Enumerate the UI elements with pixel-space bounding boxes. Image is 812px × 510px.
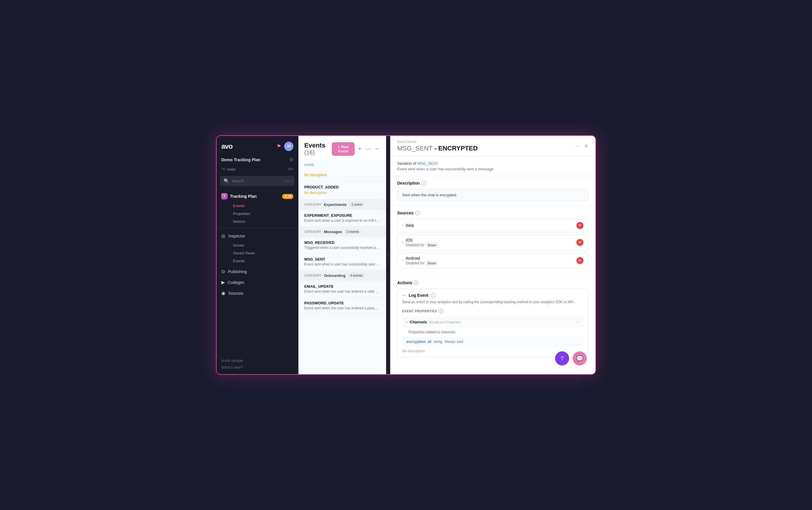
actions-info-icon[interactable]: i [414, 280, 418, 285]
more-options-button[interactable]: ⋯ [574, 142, 581, 150]
event-properties-info-icon[interactable]: i [439, 309, 443, 313]
inspector-section: ◎ Inspector Issues Saved Views Events [216, 229, 298, 266]
category-name: Onboarding [324, 273, 346, 278]
source-name: Android [406, 256, 438, 261]
branch-icon: ⌥ [221, 167, 225, 171]
sidebar-header: avo ⚑ JD [216, 136, 298, 154]
category-header: CATEGORY Experiments 1 event [298, 199, 386, 210]
property-row[interactable]: encryption_id string Always sent [402, 336, 583, 347]
action-header: ↔ Log Event i [402, 293, 583, 298]
invite-people-link[interactable]: Invite people [221, 357, 293, 364]
bundle-desc: Properties related to channels [402, 330, 583, 334]
description-title: Description i [397, 181, 588, 185]
gear-icon[interactable]: ⚙ [289, 157, 293, 162]
flag-icon[interactable]: ⚑ [277, 143, 281, 150]
list-item[interactable]: PRODUCT_ADDED No description [298, 181, 386, 199]
warning-badge: ⚠ 18 [282, 194, 293, 199]
menu-icon-btn[interactable]: ⋯ [365, 145, 372, 153]
event-name: PRODUCT_ADDED [304, 185, 380, 189]
list-item[interactable]: EMAIL_UPDATE Event sent when the user ha… [298, 281, 386, 297]
chat-fab-button[interactable]: 💬 [573, 351, 587, 365]
sidebar-item-issues[interactable]: Issues [228, 241, 298, 249]
actions-title: Actions i [397, 280, 588, 285]
codegen-nav-item[interactable]: ▶ Codegen [216, 277, 298, 288]
sources-icon: ◉ [221, 290, 225, 296]
source-right: P [576, 239, 583, 246]
event-name: PASSWORD_UPDATE [304, 301, 380, 305]
search-box[interactable]: 🔍 cmd+k [220, 176, 295, 186]
sources-info-icon[interactable]: i [415, 211, 420, 215]
description-info-icon[interactable]: i [422, 181, 426, 185]
fab-container: ? 💬 [555, 351, 587, 365]
avatar[interactable]: JD [284, 142, 293, 151]
source-left: › Android Disabled for Braze [402, 256, 438, 265]
publishing-nav-item[interactable]: ⊙ Publishing [216, 266, 298, 277]
sources-title: Sources i [397, 211, 588, 215]
sidebar-item-properties[interactable]: Properties [228, 210, 298, 218]
variation-prefix: Variation of [397, 161, 416, 166]
list-item[interactable]: MSG_RECEIVED Triggered when a user succe… [298, 237, 386, 253]
app-logo: avo [221, 142, 232, 150]
warning-icon: ⚠ [284, 194, 287, 198]
bundle-more-icon[interactable]: ⋯ [575, 319, 579, 325]
add-branch-button[interactable]: ≡+ [288, 167, 293, 172]
column-header: NAME [298, 161, 386, 169]
help-fab-button[interactable]: ? [555, 351, 569, 365]
list-item[interactable]: MSG_SENT Event sent when a user has succ… [298, 253, 386, 270]
detail-panel: Event Variant MSG_SENT - ENCRYPTED ⋯ ✕ [390, 136, 596, 374]
close-button[interactable]: ✕ [584, 143, 588, 149]
description-label: Description [397, 181, 420, 185]
action-desc: Send an event to your analytics tool by … [402, 299, 583, 305]
branch-name: main [227, 167, 235, 172]
add-icon-btn[interactable]: + [357, 145, 362, 153]
branch-row: ⌥ main ≡+ [216, 165, 298, 175]
source-item-web[interactable]: › Web P [397, 219, 588, 232]
source-p-badge: P [576, 222, 583, 229]
publishing-icon: ⊙ [221, 269, 225, 274]
action-icon: ↔ [402, 293, 406, 298]
actions-label: Actions [397, 280, 412, 285]
bundle-chevron-icon: › [406, 320, 407, 324]
search-input[interactable] [232, 179, 281, 183]
prop-left: encryption_id string Always sent [406, 339, 463, 344]
tracking-plan-item[interactable]: T Tracking Plan ⚠ 18 [216, 191, 298, 202]
search-shortcut: cmd+k [283, 179, 293, 183]
source-item-ios[interactable]: › iOS Disabled for Braze P [397, 235, 588, 250]
list-item[interactable]: EXPERIMENT_EXPOSURE Event sent when a us… [298, 210, 386, 227]
events-actions: + New Event + ⋯ ← [332, 142, 380, 156]
events-count-badge: 1 event [349, 202, 364, 207]
description-box[interactable]: Sent when the chat is encrypted [397, 189, 588, 201]
list-item[interactable]: PASSWORD_UPDATE Event sent when the user… [298, 297, 386, 314]
events-title-text: Events [304, 142, 325, 149]
tracking-plan-subnav: Events Properties Metrics [216, 202, 298, 226]
back-button[interactable]: ← [375, 146, 380, 152]
divider-1 [216, 228, 298, 228]
variation-link[interactable]: MSG_SENT [417, 161, 438, 166]
detail-panel-wrapper: ⋮ Event Variant MSG_SENT - ENCRYPTED ⋯ ✕ [386, 136, 596, 374]
inspector-nav-item[interactable]: ◎ Inspector [216, 231, 298, 241]
sources-label: Sources [228, 291, 243, 296]
sidebar-item-events[interactable]: Events [228, 202, 298, 210]
new-event-button[interactable]: + New Event [332, 142, 354, 156]
sidebar-item-saved-views[interactable]: Saved Views [228, 249, 298, 257]
source-item-android[interactable]: › Android Disabled for Braze P [397, 253, 588, 268]
sources-section: Sources i › Web P [390, 206, 596, 276]
source-p-badge: P [576, 239, 583, 246]
log-event-info-icon[interactable]: i [431, 293, 436, 298]
sources-nav-item[interactable]: ◉ Sources [216, 288, 298, 299]
bundle-row[interactable]: › Channels Bundle of 3 Properties ⋯ [402, 316, 583, 328]
list-item[interactable]: No description [298, 169, 386, 181]
braze-badge: Braze [425, 242, 438, 248]
source-name: iOS [406, 238, 438, 242]
sidebar-bottom: Invite people What's new? [216, 354, 298, 374]
chevron-icon: › [402, 240, 403, 244]
variation-text: Variation of MSG_SENT [397, 161, 588, 166]
action-item: ↔ Log Event i Send an event to your anal… [397, 289, 588, 358]
sidebar-item-inspector-events[interactable]: Events [228, 257, 298, 265]
actions-section: Actions i ↔ Log Event i Send an event to… [390, 276, 596, 362]
sidebar-item-metrics[interactable]: Metrics [228, 218, 298, 226]
whats-new-link[interactable]: What's new? [221, 364, 293, 371]
tracking-plan-name: Tracking Plan [230, 194, 282, 199]
events-list: No description PRODUCT_ADDED No descript… [298, 169, 386, 374]
drag-handle[interactable]: ⋮ [386, 136, 390, 374]
